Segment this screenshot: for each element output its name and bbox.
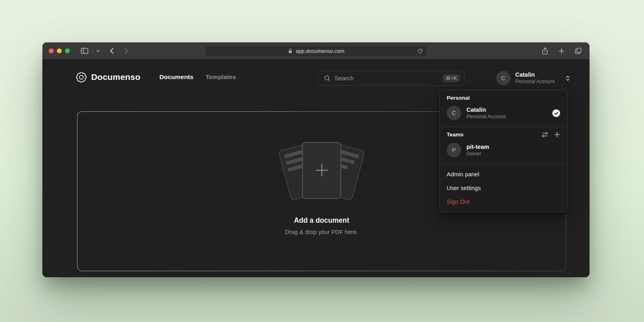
back-button[interactable] <box>109 47 115 54</box>
window-controls <box>49 48 70 53</box>
account-subtitle: Personal Account <box>515 78 554 85</box>
chevron-down-icon <box>96 48 100 53</box>
teams-section-label: Teams <box>447 132 464 138</box>
zoom-button[interactable] <box>65 48 70 53</box>
reload-icon <box>417 48 423 54</box>
url-text: app.documenso.com <box>296 48 345 54</box>
search-shortcut-badge: ⌘+K <box>443 74 460 82</box>
nav-templates[interactable]: Templates <box>205 73 236 81</box>
teams-actions <box>542 131 560 138</box>
minimize-button[interactable] <box>57 48 62 53</box>
dropzone-title: Add a document <box>294 216 349 225</box>
avatar: C <box>496 71 510 85</box>
chevron-up-down-icon <box>565 75 571 82</box>
app-content: Documenso Documents Templates ⌘+K C Cat <box>42 59 590 277</box>
avatar: P <box>447 143 461 157</box>
app-header: Documenso Documents Templates <box>76 69 236 85</box>
close-button[interactable] <box>49 48 54 53</box>
reload-button[interactable] <box>417 48 423 54</box>
share-icon <box>541 47 549 55</box>
dropdown-item-team[interactable]: P pit-team Owner <box>440 140 567 160</box>
account-name: Catalin <box>466 106 506 113</box>
new-tab-button[interactable] <box>558 48 565 54</box>
dropzone-subtitle: Drag & drop your PDF here. <box>285 229 358 235</box>
plus-icon <box>314 162 330 178</box>
account-subtitle: Personal Account <box>466 113 506 120</box>
browser-toolbar: app.documenso.com <box>42 42 590 59</box>
check-circle-icon <box>552 109 560 117</box>
search-icon <box>324 75 331 82</box>
dropdown-divider <box>440 126 567 127</box>
team-name: pit-team <box>466 143 489 151</box>
teams-section-header: Teams <box>440 130 567 140</box>
sidebar-toggle-button[interactable] <box>80 47 89 54</box>
sliders-icon <box>542 131 548 138</box>
plus-icon <box>558 48 565 54</box>
selected-check <box>552 109 560 117</box>
dropdown-divider <box>440 163 567 164</box>
dropdown-item-personal-account[interactable]: C Catalin Personal Account <box>440 103 567 123</box>
main-nav: Documents Templates <box>159 73 236 81</box>
create-team-button[interactable] <box>554 131 560 138</box>
documenso-logo-icon <box>76 72 87 83</box>
plus-icon <box>554 131 560 138</box>
account-name: Catalin <box>515 71 554 78</box>
account-labels: Catalin Personal Account <box>466 106 506 120</box>
menu-item-admin-panel[interactable]: Admin panel <box>440 167 567 181</box>
lock-icon <box>288 48 293 54</box>
menu-item-user-settings[interactable]: User settings <box>440 181 567 195</box>
sidebar-icon <box>80 47 89 54</box>
avatar: C <box>447 106 461 120</box>
nav-documents[interactable]: Documents <box>159 73 193 81</box>
dropzone-stack: Add a document Drag & drop your PDF here… <box>277 141 366 235</box>
desktop: app.documenso.com <box>0 0 644 322</box>
tab-overview-button[interactable] <box>574 47 582 55</box>
document-card-center <box>302 142 341 199</box>
personal-section-label: Personal <box>440 94 567 103</box>
account-trigger-labels: Catalin Personal Account <box>515 71 554 85</box>
toolbar-divider <box>92 48 93 54</box>
address-bar[interactable]: app.documenso.com <box>205 45 427 57</box>
tab-group-picker-button[interactable] <box>96 48 100 53</box>
share-button[interactable] <box>541 47 549 55</box>
search-input[interactable] <box>335 75 443 82</box>
menu-item-sign-out[interactable]: Sign Out <box>440 195 567 209</box>
browser-window: app.documenso.com <box>42 42 590 277</box>
team-labels: pit-team Owner <box>466 143 489 157</box>
account-dropdown-menu: Personal C Catalin Personal Account <box>439 90 568 212</box>
forward-button[interactable] <box>123 47 130 54</box>
account-menu-trigger[interactable]: C Catalin Personal Account <box>496 71 571 85</box>
brand[interactable]: Documenso <box>76 72 140 83</box>
chevron-right-icon <box>123 47 130 54</box>
toolbar-right-actions <box>541 42 582 59</box>
document-cards-illustration <box>277 141 366 203</box>
chevron-left-icon <box>109 47 115 54</box>
search-bar[interactable]: ⌘+K <box>318 71 464 86</box>
brand-name: Documenso <box>91 72 140 82</box>
manage-teams-button[interactable] <box>542 131 548 138</box>
team-role: Owner <box>466 151 489 157</box>
tabs-overview-icon <box>574 47 582 55</box>
